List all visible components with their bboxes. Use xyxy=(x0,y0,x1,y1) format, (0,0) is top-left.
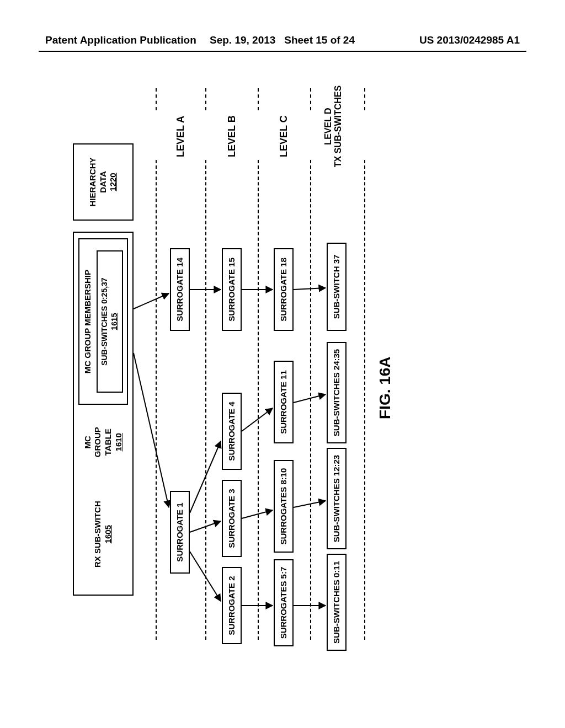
svg-line-3 xyxy=(190,521,221,532)
diagram-arrows xyxy=(67,88,409,640)
header-rule xyxy=(39,51,526,52)
figure-16a: RX SUB-SWITCH 1605 MC GROUP TABLE 1610 M… xyxy=(0,193,514,535)
header-left: Patent Application Publication xyxy=(45,34,196,46)
header-date: Sep. 19, 2013 xyxy=(210,34,275,46)
svg-line-8 xyxy=(242,408,273,431)
svg-line-12 xyxy=(294,394,326,403)
svg-line-1 xyxy=(134,293,169,309)
svg-line-7 xyxy=(242,510,273,518)
svg-line-4 xyxy=(190,441,221,513)
svg-line-13 xyxy=(294,288,326,290)
svg-line-0 xyxy=(134,353,169,507)
svg-line-11 xyxy=(294,501,326,507)
svg-line-2 xyxy=(190,552,221,601)
diagram-stage: RX SUB-SWITCH 1605 MC GROUP TABLE 1610 M… xyxy=(67,88,409,640)
header-sheet: Sheet 15 of 24 xyxy=(284,34,355,46)
header-pubno: US 2013/0242985 A1 xyxy=(419,34,520,46)
header-mid: Sep. 19, 2013 Sheet 15 of 24 xyxy=(210,34,355,46)
